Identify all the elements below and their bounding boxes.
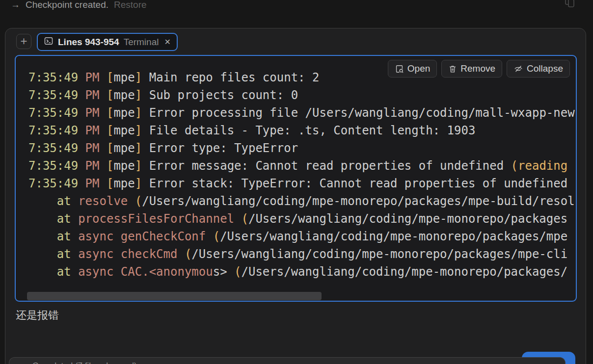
terminal-preview: Open Remove — [15, 55, 577, 302]
log-line: at async CAC.<anonymous> (/Users/wanglia… — [28, 263, 576, 281]
chip-close-icon[interactable]: ✕ — [164, 37, 170, 47]
terminal-context-chip[interactable]: Lines 943-954 Terminal ✕ — [37, 33, 178, 51]
log-line: 7:35:49 PM [mpe] File details - Type: .t… — [28, 122, 576, 139]
terminal-toolbar: Open Remove — [388, 60, 570, 78]
open-in-editor-icon — [395, 64, 404, 74]
chip-label: Lines 943-954 — [58, 37, 119, 48]
log-line: at processFilesForChannel (/Users/wangli… — [28, 210, 576, 228]
status-row: Completed (7 files changed) — [23, 361, 137, 364]
copy-icon[interactable] — [564, 0, 577, 9]
checkpoint-message: Checkpoint created. — [26, 0, 108, 10]
collapse-button[interactable]: Collapse — [507, 60, 570, 78]
status-card[interactable]: Completed (7 files changed) — [9, 357, 566, 364]
open-button-label: Open — [407, 63, 430, 74]
checkpoint-arrow-icon: → — [11, 0, 20, 10]
checkpoint-row: → Checkpoint created. Restore — [11, 0, 147, 12]
horizontal-scrollbar-thumb[interactable] — [27, 292, 322, 300]
log-line: 7:35:49 PM [mpe] Sub projects count: 0 — [28, 86, 576, 104]
add-context-button[interactable]: + — [16, 34, 31, 49]
status-label: Completed (7 files changed) — [32, 361, 137, 364]
collapse-button-label: Collapse — [527, 63, 563, 74]
trash-icon — [448, 64, 457, 74]
log-line: at async genCheckConf (/Users/wangliang/… — [28, 228, 576, 245]
composer-message[interactable]: 还是报错 — [16, 308, 59, 323]
remove-button-label: Remove — [460, 63, 495, 74]
terminal-chip-icon — [44, 36, 54, 48]
chip-kind: Terminal — [124, 37, 159, 48]
restore-link[interactable]: Restore — [114, 0, 147, 10]
log-line: 7:35:49 PM [mpe] Error message: Cannot r… — [28, 157, 576, 175]
log-line: 7:35:49 PM [mpe] Error processing file /… — [28, 104, 576, 122]
log-line: at resolve (/Users/wangliang/coding/mpe-… — [28, 192, 576, 210]
composer-card: + Lines 943-954 Terminal ✕ — [5, 28, 586, 364]
log-line: 7:35:49 PM [mpe] Error type: TypeError — [28, 139, 576, 157]
open-button[interactable]: Open — [388, 60, 437, 78]
eye-off-icon — [513, 64, 523, 74]
log-line: at async checkCmd (/Users/wangliang/codi… — [28, 245, 576, 263]
remove-button[interactable]: Remove — [441, 60, 502, 78]
terminal-log: 7:35:49 PM [mpe] Main repo files count: … — [28, 69, 576, 281]
log-line: 7:35:49 PM [mpe] Error stack: TypeError:… — [28, 175, 576, 192]
